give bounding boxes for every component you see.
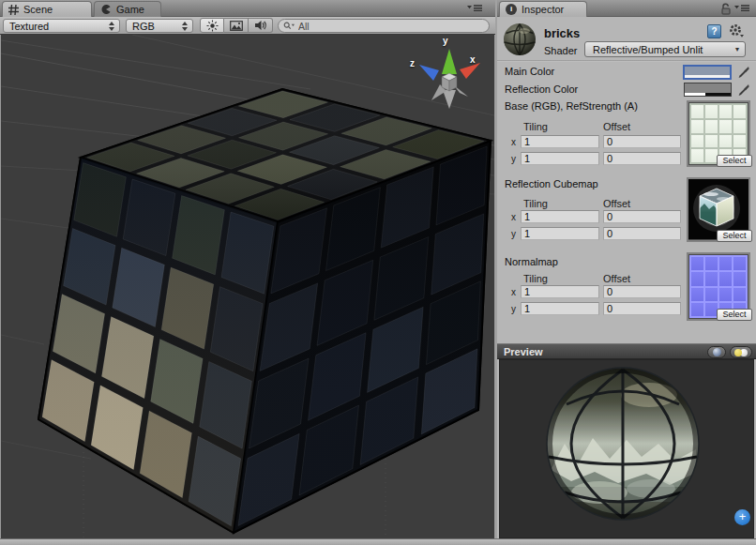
scene-panel-menu-icon[interactable] — [467, 4, 482, 13]
lock-icon[interactable] — [720, 3, 732, 17]
cubemap-heading: Reflection Cubemap — [505, 178, 598, 189]
preview-title: Preview — [504, 346, 543, 357]
y-row-label: y — [511, 154, 516, 164]
preview-sphere-canvas — [500, 360, 754, 538]
material-preview-thumbnail — [503, 23, 537, 56]
scene-toolbar: Textured RGB — [0, 17, 495, 35]
add-preview-icon[interactable]: + — [734, 509, 750, 525]
image-icon — [230, 21, 243, 31]
skybox-fx-toggle-button[interactable] — [224, 18, 249, 33]
preview-mesh-button[interactable] — [707, 346, 726, 358]
cubemap-tiling-x-field[interactable] — [521, 210, 599, 223]
gizmo-x-label[interactable]: x — [470, 54, 476, 65]
scene-canvas — [1, 35, 494, 538]
y-row-label: y — [511, 229, 516, 239]
tab-game[interactable]: Game — [94, 1, 161, 17]
sun-icon — [206, 20, 219, 32]
normalmap-heading: Normalmap — [505, 256, 558, 267]
header-separator — [497, 60, 756, 62]
game-icon — [100, 4, 112, 15]
preview-lighting-button[interactable] — [730, 346, 752, 358]
x-row-label: x — [511, 212, 516, 222]
stepper-arrows-icon — [108, 21, 115, 32]
reflection-color-swatch[interactable] — [684, 83, 732, 97]
gizmo-y-label[interactable]: y — [443, 36, 448, 46]
reflection-color-eyedropper-icon[interactable] — [737, 83, 750, 97]
cubemap-select-button[interactable]: Select — [717, 230, 752, 242]
tiling-column-label: Tiling — [523, 121, 548, 132]
tab-scene[interactable]: Scene — [2, 1, 92, 17]
tiling-column-label: Tiling — [523, 198, 548, 209]
inspector-panel-menu-icon[interactable] — [734, 4, 749, 13]
cubemap-offset-x-field[interactable] — [603, 210, 681, 223]
gizmo-z-label[interactable]: z — [410, 58, 415, 68]
y-row-label: y — [511, 304, 516, 314]
normalmap-offset-x-field[interactable] — [603, 285, 681, 298]
shader-dropdown[interactable]: Reflective/Bumped Unlit ▾ — [584, 41, 746, 57]
scene-grid-icon — [8, 5, 19, 15]
shader-value: Reflective/Bumped Unlit — [593, 44, 703, 55]
normalmap-tiling-x-field[interactable] — [521, 285, 599, 298]
unity-editor-window: Scene Game Textured — [0, 0, 756, 545]
render-mode-dropdown[interactable]: Textured — [3, 19, 120, 33]
normalmap-select-button[interactable]: Select — [717, 309, 752, 321]
tab-inspector[interactable]: i Inspector — [499, 1, 587, 17]
window-bottom-strip — [0, 538, 756, 545]
base-texture-select-button[interactable]: Select — [717, 155, 752, 167]
base-offset-x-field[interactable] — [603, 135, 681, 148]
base-tiling-x-field[interactable] — [521, 135, 599, 148]
search-icon — [283, 21, 295, 31]
tiling-column-label: Tiling — [523, 273, 548, 284]
reflection-color-alpha-bar — [685, 93, 731, 96]
preview-header: Preview — [497, 343, 756, 359]
reflection-color-label: Reflection Color — [505, 83, 578, 95]
tab-inspector-label: Inspector — [522, 4, 564, 15]
main-color-label: Main Color — [505, 66, 554, 77]
scene-panel: Scene Game Textured — [0, 0, 497, 538]
chevron-down-icon: ▾ — [735, 45, 739, 53]
main-color-eyedropper-icon[interactable] — [737, 66, 750, 79]
normalmap-offset-y-field[interactable] — [603, 302, 681, 315]
render-mode-value: Textured — [9, 21, 108, 32]
main-color-swatch[interactable] — [683, 65, 732, 80]
shader-label: Shader — [544, 45, 577, 56]
scene-viewport[interactable]: y x z — [1, 35, 494, 538]
info-icon: i — [506, 4, 517, 15]
inspector-panel: i Inspector — [497, 0, 756, 538]
cubemap-offset-y-field[interactable] — [603, 227, 681, 240]
tab-game-label: Game — [116, 4, 144, 15]
preview-area[interactable]: + — [499, 359, 754, 538]
main-color-alpha-bar — [685, 75, 730, 78]
gear-icon[interactable] — [728, 23, 745, 38]
scene-tabbar: Scene Game — [0, 0, 495, 17]
offset-column-label: Offset — [603, 273, 630, 284]
color-mode-dropdown[interactable]: RGB — [126, 19, 193, 33]
light-on-icon — [734, 349, 742, 356]
x-row-label: x — [511, 287, 516, 297]
stepper-arrows-icon — [181, 21, 189, 32]
audio-toggle-button[interactable] — [249, 18, 273, 33]
base-offset-y-field[interactable] — [603, 152, 681, 165]
normalmap-tiling-y-field[interactable] — [521, 302, 599, 315]
offset-column-label: Offset — [603, 198, 630, 209]
color-mode-value: RGB — [132, 21, 181, 32]
scene-view-toggles — [200, 18, 273, 33]
help-icon[interactable]: ? — [707, 24, 721, 38]
scene-search-field[interactable] — [278, 19, 490, 33]
lighting-toggle-button[interactable] — [200, 18, 224, 33]
search-input[interactable] — [298, 21, 483, 32]
speaker-icon — [254, 20, 267, 31]
sphere-icon — [713, 348, 721, 356]
tab-scene-label: Scene — [23, 4, 53, 15]
base-texture-heading: Base (RGB), RefStrength (A) — [505, 100, 638, 112]
inspector-tabbar: i Inspector — [497, 0, 756, 17]
x-row-label: x — [511, 137, 516, 147]
offset-column-label: Offset — [603, 121, 630, 132]
cubemap-tiling-y-field[interactable] — [521, 227, 599, 240]
material-name: bricks — [544, 26, 580, 40]
base-tiling-y-field[interactable] — [521, 152, 599, 165]
